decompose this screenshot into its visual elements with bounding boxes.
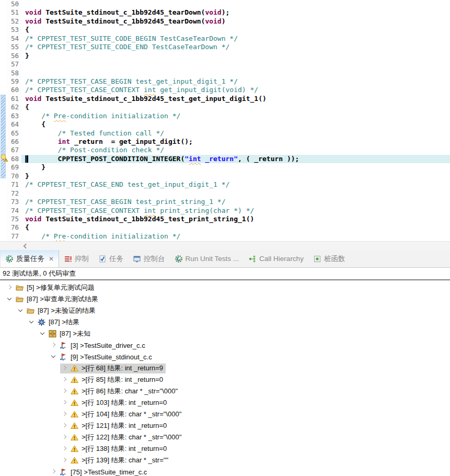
gutter-marker-cell[interactable] xyxy=(0,77,7,86)
editor-line[interactable]: 56} xyxy=(0,52,450,60)
tree-row[interactable]: [87] >未知 xyxy=(0,328,450,339)
code-text[interactable]: /* CPPTEST_TEST_SUITE_CODE_BEGIN TestCas… xyxy=(21,35,450,43)
tree-row[interactable]: >[行 121] 结果: int _return=0 xyxy=(0,420,450,432)
code-text[interactable]: /* CPPTEST_TEST_CASE_END test_get_input_… xyxy=(21,180,450,189)
view-tab-hierarchy[interactable]: Call Hierarchy xyxy=(244,250,308,267)
code-text[interactable]: /* CPPTEST_TEST_SUITE_CODE_END TestCaseT… xyxy=(21,43,450,51)
editor-line[interactable]: 51void TestSuite_stdinout_c_1bb92d45_tea… xyxy=(0,8,450,17)
editor-line[interactable]: 63 /* Pre-condition initialization */ xyxy=(0,112,450,120)
editor-line[interactable]: 58 xyxy=(0,69,450,77)
code-text[interactable]: /* CPPTEST_TEST_CASE_BEGIN test_get_inpu… xyxy=(21,77,450,86)
scroll-left-arrow-icon[interactable] xyxy=(24,244,29,249)
code-text[interactable]: /* Post-condition check */ xyxy=(21,146,450,154)
tree-row[interactable]: >[行 85] 结果: int _return=0 xyxy=(0,374,450,386)
chevron-right-icon[interactable] xyxy=(49,341,58,349)
code-text[interactable]: { xyxy=(21,26,450,34)
code-text[interactable] xyxy=(21,60,450,69)
chevron-right-icon[interactable] xyxy=(5,284,14,292)
code-text[interactable]: int _return = get_input_digit(); xyxy=(21,138,450,146)
tree-row[interactable]: >[行 86] 结果: char * _str="\000" xyxy=(0,386,450,397)
gutter-marker-cell[interactable] xyxy=(0,232,7,241)
gutter-marker-cell[interactable] xyxy=(0,0,7,8)
chevron-right-icon[interactable] xyxy=(60,364,69,372)
code-text[interactable]: /* CPPTEST_TEST_CASE_CONTEXT int print_s… xyxy=(21,207,450,215)
code-text[interactable]: /* Tested function call */ xyxy=(21,129,450,138)
code-text[interactable] xyxy=(21,0,450,8)
editor-line[interactable]: 73/* CPPTEST_TEST_CASE_BEGIN test_print_… xyxy=(0,198,450,206)
editor-line[interactable]: 60/* CPPTEST_TEST_CASE_CONTEXT int get_i… xyxy=(0,86,450,94)
editor-line[interactable]: 72 xyxy=(0,189,450,198)
editor-line[interactable]: 54/* CPPTEST_TEST_SUITE_CODE_BEGIN TestC… xyxy=(0,35,450,43)
editor-line[interactable]: 55/* CPPTEST_TEST_SUITE_CODE_END TestCas… xyxy=(0,43,450,51)
editor-line[interactable]: 68 CPPTEST_POST_CONDITION_INTEGER("int _… xyxy=(0,155,450,163)
tree-row[interactable]: [87] >未验证的结果 xyxy=(0,305,450,316)
code-text[interactable]: void TestSuite_stdinout_c_1bb92d45_test_… xyxy=(21,215,450,223)
tree-row[interactable]: [75] >TestSuite_timer_c.c xyxy=(0,466,450,476)
view-tab-stub[interactable]: 桩函数 xyxy=(308,250,350,267)
view-tab-tasks[interactable]: 任务 xyxy=(94,250,128,267)
code-text[interactable]: void TestSuite_stdinout_c_1bb92d45_test_… xyxy=(21,95,450,103)
code-text[interactable] xyxy=(21,69,450,77)
code-text[interactable]: /* Pre-condition initialization */ xyxy=(21,112,450,120)
gutter-marker-cell[interactable] xyxy=(0,60,7,69)
code-text[interactable]: CPPTEST_POST_CONDITION_INTEGER("int _ret… xyxy=(21,155,450,163)
code-text[interactable]: } xyxy=(21,163,450,172)
editor-line[interactable]: 70} xyxy=(0,172,450,180)
view-tab-cpptest-active[interactable]: 质量任务✕ xyxy=(0,250,59,267)
tree-row[interactable]: [5] >修复单元测试问题 xyxy=(0,282,450,293)
editor-line[interactable]: 75void TestSuite_stdinout_c_1bb92d45_tes… xyxy=(0,215,450,223)
gutter-marker-cell[interactable] xyxy=(0,207,7,215)
chevron-right-icon[interactable] xyxy=(60,445,69,453)
gutter-marker-cell[interactable] xyxy=(0,215,7,223)
chevron-right-icon[interactable] xyxy=(60,410,69,418)
gutter-marker-cell[interactable] xyxy=(0,43,7,51)
tree-row[interactable]: [9] >TestSuite_stdinout_c.c xyxy=(0,351,450,362)
code-text[interactable]: void TestSuite_stdinout_c_1bb92d45_tearD… xyxy=(21,17,450,26)
code-text[interactable]: { xyxy=(21,120,450,129)
gutter-marker-cell[interactable] xyxy=(0,52,7,60)
tree-row[interactable]: >[行 122] 结果: char * _str="\000" xyxy=(0,432,450,443)
code-text[interactable]: /* CPPTEST_TEST_CASE_CONTEXT int get_inp… xyxy=(21,86,450,94)
code-text[interactable]: /* Pre-condition initialization */ xyxy=(21,232,450,241)
code-editor[interactable]: 5051void TestSuite_stdinout_c_1bb92d45_t… xyxy=(0,0,450,250)
view-tab-cpptest[interactable]: Run Unit Tests ... xyxy=(170,250,244,267)
editor-line[interactable]: 61void TestSuite_stdinout_c_1bb92d45_tes… xyxy=(0,95,450,103)
editor-line[interactable]: 52void TestSuite_stdinout_c_1bb92d45_tea… xyxy=(0,17,450,26)
chevron-down-icon[interactable] xyxy=(38,330,47,338)
editor-line[interactable]: 69 } xyxy=(0,163,450,172)
chevron-down-icon[interactable] xyxy=(16,307,25,315)
gutter-marker-cell[interactable] xyxy=(0,69,7,77)
code-text[interactable] xyxy=(21,189,450,198)
chevron-down-icon[interactable] xyxy=(27,318,36,326)
chevron-right-icon[interactable] xyxy=(60,433,69,441)
chevron-right-icon[interactable] xyxy=(60,456,69,464)
tree-row[interactable]: >[行 138] 结果: int _return=0 xyxy=(0,443,450,455)
editor-line[interactable]: 53{ xyxy=(0,26,450,34)
quickfix-bulb-warning-icon[interactable] xyxy=(0,154,8,162)
editor-line[interactable]: 67 /* Post-condition check */ xyxy=(0,146,450,154)
code-text[interactable]: { xyxy=(21,103,450,111)
editor-line[interactable]: 59/* CPPTEST_TEST_CASE_BEGIN test_get_in… xyxy=(0,77,450,86)
editor-line[interactable]: 65 /* Tested function call */ xyxy=(0,129,450,138)
editor-line[interactable]: 74/* CPPTEST_TEST_CASE_CONTEXT int print… xyxy=(0,207,450,215)
tree-row[interactable]: >[行 103] 结果: int _return=0 xyxy=(0,397,450,409)
gutter-marker-cell[interactable] xyxy=(0,198,7,206)
code-text[interactable]: } xyxy=(21,172,450,180)
editor-line[interactable]: 76{ xyxy=(0,223,450,232)
code-text[interactable]: { xyxy=(21,223,450,232)
gutter-marker-cell[interactable] xyxy=(0,180,7,189)
gutter-marker-cell[interactable] xyxy=(0,8,7,17)
chevron-down-icon[interactable] xyxy=(49,353,58,361)
chevron-down-icon[interactable] xyxy=(5,295,14,303)
gutter-marker-cell[interactable] xyxy=(0,17,7,26)
chevron-right-icon[interactable] xyxy=(49,468,58,476)
tree-row[interactable]: >[行 139] 结果: char * _str="" xyxy=(0,455,450,466)
editor-line[interactable]: 66 int _return = get_input_digit(); xyxy=(0,138,450,146)
chevron-right-icon[interactable] xyxy=(60,387,69,395)
tree-row[interactable]: [87] >结果 xyxy=(0,316,450,328)
gutter-marker-cell[interactable] xyxy=(0,26,7,34)
tree-row[interactable]: [87] >审查单元测试结果 xyxy=(0,293,450,305)
close-icon[interactable]: ✕ xyxy=(49,255,54,263)
view-tab-console[interactable]: 控制台 xyxy=(128,250,170,267)
editor-line[interactable]: 64 { xyxy=(0,120,450,129)
